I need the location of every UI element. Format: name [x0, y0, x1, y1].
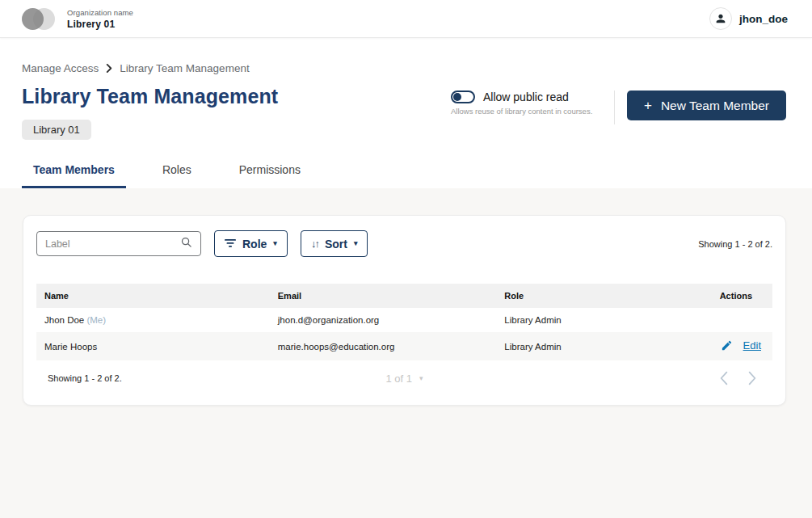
previous-page-icon[interactable] — [718, 371, 730, 385]
member-name-cell: Marie Hoops — [36, 332, 270, 360]
user-avatar-icon — [709, 7, 732, 30]
new-team-member-label: New Team Member — [661, 99, 769, 113]
org-block: Organization name Librery 01 — [67, 8, 133, 30]
caret-down-icon: ▾ — [273, 240, 277, 247]
column-header-actions: Actions — [654, 284, 772, 308]
page-head: Manage Access Library Team Management Li… — [0, 62, 812, 188]
caret-down-icon: ▾ — [354, 240, 358, 247]
vertical-divider — [614, 91, 615, 124]
pager — [718, 371, 761, 385]
member-email-cell: marie.hoops@education.org — [270, 332, 497, 360]
page-title: Library Team Management — [22, 85, 278, 108]
sort-arrows-icon: ↓↑ — [311, 238, 318, 250]
sort-button[interactable]: ↓↑ Sort ▾ — [301, 230, 368, 257]
sort-label: Sort — [325, 238, 347, 251]
new-team-member-button[interactable]: + New Team Member — [627, 91, 786, 120]
title-row: Library Team Management Library 01 Allow… — [22, 85, 786, 140]
org-name: Librery 01 — [67, 19, 133, 30]
public-read-control: Allow public read Allows reuse of librar… — [451, 91, 609, 116]
username: jhon_doe — [739, 13, 788, 25]
table-footer: Showing 1 - 2 of 2. 1 of 1 ▾ — [36, 371, 772, 385]
org-label: Organization name — [67, 8, 133, 17]
toggle-label: Allow public read — [483, 91, 569, 103]
table-row: Jhon Doe (Me) jhon.d@organization.org Li… — [36, 308, 772, 332]
member-role-cell: Library Admin — [496, 332, 654, 360]
member-name: Jhon Doe — [44, 315, 84, 325]
caret-down-icon: ▾ — [419, 374, 423, 382]
user-menu[interactable]: jhon_doe — [709, 7, 788, 30]
breadcrumb: Manage Access Library Team Management — [22, 62, 786, 74]
chevron-right-icon — [106, 64, 112, 73]
member-actions-cell: Edit — [654, 332, 772, 360]
team-members-card: Role ▾ ↓↑ Sort ▾ Showing 1 - 2 of 2. Nam… — [23, 215, 786, 406]
member-actions-cell — [654, 308, 772, 332]
page-select-dropdown[interactable]: 1 of 1 ▾ — [385, 373, 423, 385]
plus-icon: + — [644, 99, 652, 112]
org-logo-icon — [22, 8, 54, 30]
allow-public-read-toggle[interactable]: Allow public read — [451, 91, 609, 103]
edit-link[interactable]: Edit — [743, 339, 761, 352]
tab-bar: Team Members Roles Permissions — [22, 163, 786, 188]
controls-row: Role ▾ ↓↑ Sort ▾ Showing 1 - 2 of 2. — [36, 230, 772, 257]
app-header: Organization name Librery 01 jhon_doe — [0, 0, 812, 38]
toggle-switch-icon[interactable] — [451, 91, 475, 103]
search-input[interactable] — [45, 238, 180, 250]
showing-count-bottom: Showing 1 - 2 of 2. — [48, 373, 385, 383]
member-email-cell: jhon.d@organization.org — [270, 308, 497, 332]
me-tag: (Me) — [86, 315, 106, 325]
member-role-cell: Library Admin — [496, 308, 654, 332]
column-header-role: Role — [496, 284, 654, 308]
search-icon[interactable] — [180, 236, 192, 251]
showing-count-top: Showing 1 - 2 of 2. — [698, 239, 772, 249]
tab-permissions[interactable]: Permissions — [228, 163, 312, 188]
role-filter-label: Role — [242, 238, 267, 251]
table-row: Marie Hoops marie.hoops@education.org Li… — [36, 332, 772, 360]
library-chip: Library 01 — [22, 120, 91, 140]
column-header-email: Email — [270, 284, 497, 308]
tab-team-members[interactable]: Team Members — [22, 163, 126, 188]
table-header-row: Name Email Role Actions — [36, 284, 772, 308]
page-select-label: 1 of 1 — [385, 373, 412, 385]
role-filter-button[interactable]: Role ▾ — [214, 230, 288, 257]
head-actions: Allow public read Allows reuse of librar… — [451, 85, 786, 124]
toggle-description: Allows reuse of library content in cours… — [451, 107, 609, 116]
breadcrumb-manage-access[interactable]: Manage Access — [22, 62, 99, 74]
title-block: Library Team Management Library 01 — [22, 85, 278, 140]
breadcrumb-current: Library Team Management — [120, 62, 249, 74]
next-page-icon[interactable] — [747, 371, 758, 385]
team-members-table: Name Email Role Actions Jhon Doe (Me) jh… — [36, 284, 772, 360]
edit-pencil-icon[interactable] — [721, 339, 733, 352]
search-box[interactable] — [36, 231, 201, 256]
tab-roles[interactable]: Roles — [151, 163, 203, 188]
column-header-name: Name — [36, 284, 270, 308]
member-name-cell: Jhon Doe (Me) — [36, 308, 270, 332]
member-name: Marie Hoops — [44, 342, 97, 352]
content-section: Role ▾ ↓↑ Sort ▾ Showing 1 - 2 of 2. Nam… — [0, 188, 812, 518]
filter-icon — [225, 238, 236, 251]
